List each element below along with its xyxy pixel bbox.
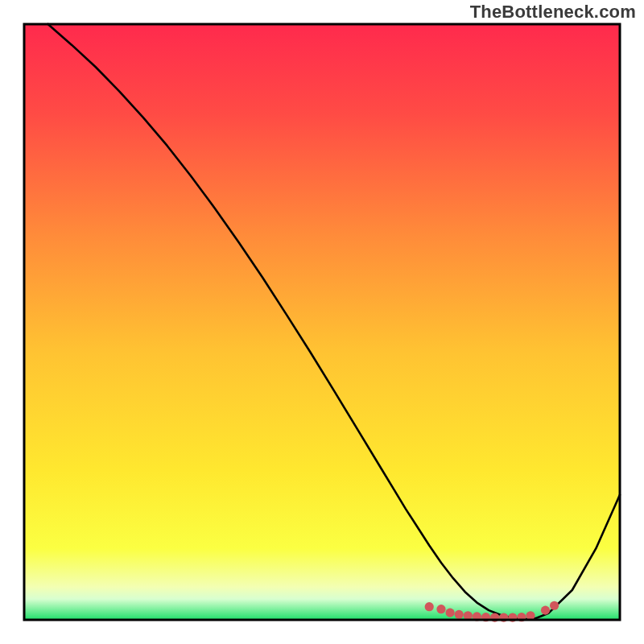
sweet-spot-dot xyxy=(550,601,559,610)
sweet-spot-dot xyxy=(436,605,445,613)
sweet-spot-dot xyxy=(455,610,464,619)
chart-frame: TheBottleneck.com xyxy=(0,0,644,644)
watermark-label: TheBottleneck.com xyxy=(470,2,636,23)
bottleneck-chart xyxy=(0,0,644,644)
sweet-spot-dot xyxy=(446,609,455,617)
sweet-spot-dot xyxy=(425,602,434,611)
plot-background xyxy=(24,24,620,620)
sweet-spot-dot xyxy=(541,606,550,615)
